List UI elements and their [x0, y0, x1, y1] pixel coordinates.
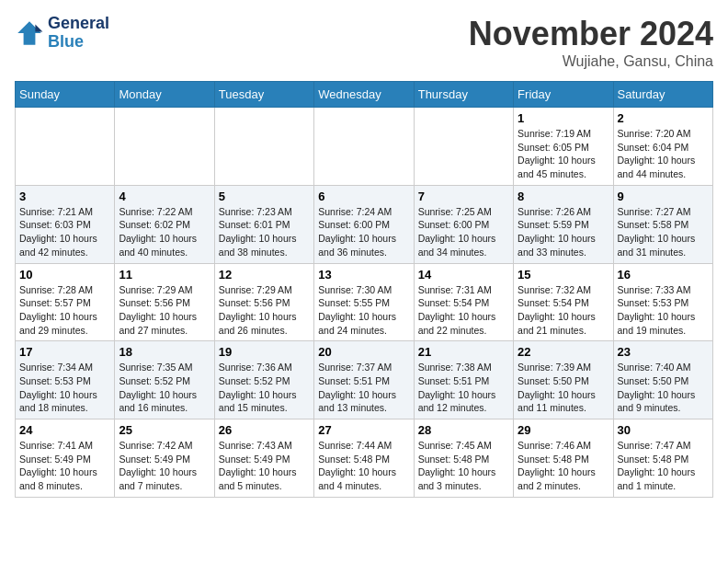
day-number: 21 — [418, 345, 509, 359]
day-number: 24 — [19, 423, 110, 437]
day-info: Sunrise: 7:21 AM Sunset: 6:03 PM Dayligh… — [19, 205, 110, 259]
calendar-cell: 23Sunrise: 7:40 AM Sunset: 5:50 PM Dayli… — [613, 341, 712, 419]
day-info: Sunrise: 7:27 AM Sunset: 5:58 PM Dayligh… — [618, 205, 709, 259]
day-info: Sunrise: 7:28 AM Sunset: 5:57 PM Dayligh… — [19, 283, 110, 338]
calendar-cell: 18Sunrise: 7:35 AM Sunset: 5:52 PM Dayli… — [115, 341, 214, 419]
calendar-cell: 1Sunrise: 7:19 AM Sunset: 6:05 PM Daylig… — [514, 108, 613, 186]
day-info: Sunrise: 7:40 AM Sunset: 5:50 PM Dayligh… — [618, 361, 709, 415]
location: Wujiahe, Gansu, China — [469, 53, 713, 70]
svg-marker-1 — [35, 24, 42, 31]
calendar-cell: 26Sunrise: 7:43 AM Sunset: 5:49 PM Dayli… — [214, 419, 313, 498]
calendar-cell: 21Sunrise: 7:38 AM Sunset: 5:51 PM Dayli… — [414, 341, 513, 419]
day-info: Sunrise: 7:23 AM Sunset: 6:01 PM Dayligh… — [219, 205, 310, 259]
day-number: 26 — [219, 423, 310, 437]
weekday-header-wednesday: Wednesday — [314, 82, 414, 108]
day-number: 20 — [318, 345, 409, 359]
logo-icon — [15, 18, 44, 48]
day-number: 1 — [518, 111, 609, 125]
day-info: Sunrise: 7:35 AM Sunset: 5:52 PM Dayligh… — [119, 361, 210, 415]
weekday-header-friday: Friday — [514, 82, 613, 108]
calendar-week-1: 1Sunrise: 7:19 AM Sunset: 6:05 PM Daylig… — [16, 108, 713, 186]
day-number: 23 — [618, 345, 709, 359]
calendar-cell: 5Sunrise: 7:23 AM Sunset: 6:01 PM Daylig… — [214, 185, 313, 263]
day-info: Sunrise: 7:39 AM Sunset: 5:50 PM Dayligh… — [518, 361, 609, 415]
day-number: 14 — [418, 268, 509, 282]
day-info: Sunrise: 7:43 AM Sunset: 5:49 PM Dayligh… — [219, 439, 310, 493]
calendar-cell: 4Sunrise: 7:22 AM Sunset: 6:02 PM Daylig… — [115, 185, 214, 263]
day-info: Sunrise: 7:36 AM Sunset: 5:52 PM Dayligh… — [219, 361, 310, 415]
day-number: 16 — [618, 268, 709, 282]
weekday-header-sunday: Sunday — [16, 82, 115, 108]
calendar-cell: 2Sunrise: 7:20 AM Sunset: 6:04 PM Daylig… — [613, 108, 712, 186]
day-info: Sunrise: 7:22 AM Sunset: 6:02 PM Dayligh… — [119, 205, 210, 259]
logo-text: General Blue — [48, 15, 109, 52]
day-info: Sunrise: 7:24 AM Sunset: 6:00 PM Dayligh… — [318, 205, 409, 259]
calendar-cell: 17Sunrise: 7:34 AM Sunset: 5:53 PM Dayli… — [16, 341, 115, 419]
day-number: 2 — [618, 111, 709, 125]
day-info: Sunrise: 7:34 AM Sunset: 5:53 PM Dayligh… — [19, 361, 110, 415]
day-number: 30 — [618, 423, 709, 437]
day-info: Sunrise: 7:44 AM Sunset: 5:48 PM Dayligh… — [318, 439, 409, 493]
day-number: 13 — [318, 268, 409, 282]
day-number: 8 — [518, 190, 609, 203]
day-info: Sunrise: 7:29 AM Sunset: 5:56 PM Dayligh… — [119, 283, 210, 338]
calendar-cell — [16, 108, 115, 186]
calendar-cell: 12Sunrise: 7:29 AM Sunset: 5:56 PM Dayli… — [214, 263, 313, 341]
day-info: Sunrise: 7:38 AM Sunset: 5:51 PM Dayligh… — [418, 361, 509, 415]
calendar-cell: 7Sunrise: 7:25 AM Sunset: 6:00 PM Daylig… — [414, 185, 513, 263]
day-info: Sunrise: 7:29 AM Sunset: 5:56 PM Dayligh… — [219, 283, 310, 338]
day-number: 15 — [518, 268, 609, 282]
title-block: November 2024 Wujiahe, Gansu, China — [469, 15, 713, 70]
calendar-week-4: 17Sunrise: 7:34 AM Sunset: 5:53 PM Dayli… — [16, 341, 713, 419]
day-info: Sunrise: 7:25 AM Sunset: 6:00 PM Dayligh… — [418, 205, 509, 259]
day-info: Sunrise: 7:20 AM Sunset: 6:04 PM Dayligh… — [618, 127, 709, 181]
day-number: 10 — [19, 268, 110, 282]
calendar-cell: 9Sunrise: 7:27 AM Sunset: 5:58 PM Daylig… — [613, 185, 712, 263]
calendar-cell: 22Sunrise: 7:39 AM Sunset: 5:50 PM Dayli… — [514, 341, 613, 419]
calendar-cell: 11Sunrise: 7:29 AM Sunset: 5:56 PM Dayli… — [115, 263, 214, 341]
calendar-week-5: 24Sunrise: 7:41 AM Sunset: 5:49 PM Dayli… — [16, 419, 713, 498]
day-info: Sunrise: 7:26 AM Sunset: 5:59 PM Dayligh… — [518, 205, 609, 259]
calendar-cell — [414, 108, 513, 186]
calendar-cell — [214, 108, 313, 186]
calendar-cell: 3Sunrise: 7:21 AM Sunset: 6:03 PM Daylig… — [16, 185, 115, 263]
svg-marker-0 — [17, 21, 41, 45]
day-info: Sunrise: 7:31 AM Sunset: 5:54 PM Dayligh… — [418, 283, 509, 338]
calendar-cell: 20Sunrise: 7:37 AM Sunset: 5:51 PM Dayli… — [314, 341, 414, 419]
logo: General Blue — [15, 15, 109, 52]
calendar-cell — [314, 108, 414, 186]
day-info: Sunrise: 7:45 AM Sunset: 5:48 PM Dayligh… — [418, 439, 509, 493]
day-number: 4 — [119, 190, 210, 203]
weekday-header-tuesday: Tuesday — [214, 82, 313, 108]
calendar-week-3: 10Sunrise: 7:28 AM Sunset: 5:57 PM Dayli… — [16, 263, 713, 341]
day-info: Sunrise: 7:41 AM Sunset: 5:49 PM Dayligh… — [19, 439, 110, 493]
day-info: Sunrise: 7:46 AM Sunset: 5:48 PM Dayligh… — [518, 439, 609, 493]
day-number: 9 — [618, 190, 709, 203]
calendar-cell: 8Sunrise: 7:26 AM Sunset: 5:59 PM Daylig… — [514, 185, 613, 263]
calendar-cell: 14Sunrise: 7:31 AM Sunset: 5:54 PM Dayli… — [414, 263, 513, 341]
day-number: 29 — [518, 423, 609, 437]
calendar-body: 1Sunrise: 7:19 AM Sunset: 6:05 PM Daylig… — [16, 108, 713, 498]
calendar-cell: 28Sunrise: 7:45 AM Sunset: 5:48 PM Dayli… — [414, 419, 513, 498]
day-number: 19 — [219, 345, 310, 359]
month-title: November 2024 — [469, 15, 713, 53]
weekday-header-monday: Monday — [115, 82, 214, 108]
day-number: 12 — [219, 268, 310, 282]
day-info: Sunrise: 7:19 AM Sunset: 6:05 PM Dayligh… — [518, 127, 609, 181]
calendar-cell: 24Sunrise: 7:41 AM Sunset: 5:49 PM Dayli… — [16, 419, 115, 498]
day-number: 11 — [119, 268, 210, 282]
day-number: 5 — [219, 190, 310, 203]
calendar-cell: 6Sunrise: 7:24 AM Sunset: 6:00 PM Daylig… — [314, 185, 414, 263]
page-header: General Blue November 2024 Wujiahe, Gans… — [15, 15, 713, 70]
day-number: 22 — [518, 345, 609, 359]
calendar-header-row: SundayMondayTuesdayWednesdayThursdayFrid… — [16, 82, 713, 108]
day-number: 25 — [119, 423, 210, 437]
day-info: Sunrise: 7:33 AM Sunset: 5:53 PM Dayligh… — [618, 283, 709, 338]
day-number: 3 — [19, 190, 110, 203]
day-info: Sunrise: 7:47 AM Sunset: 5:48 PM Dayligh… — [618, 439, 709, 493]
calendar-cell — [115, 108, 214, 186]
calendar-cell: 25Sunrise: 7:42 AM Sunset: 5:49 PM Dayli… — [115, 419, 214, 498]
calendar-cell: 27Sunrise: 7:44 AM Sunset: 5:48 PM Dayli… — [314, 419, 414, 498]
day-number: 6 — [318, 190, 409, 203]
calendar-week-2: 3Sunrise: 7:21 AM Sunset: 6:03 PM Daylig… — [16, 185, 713, 263]
